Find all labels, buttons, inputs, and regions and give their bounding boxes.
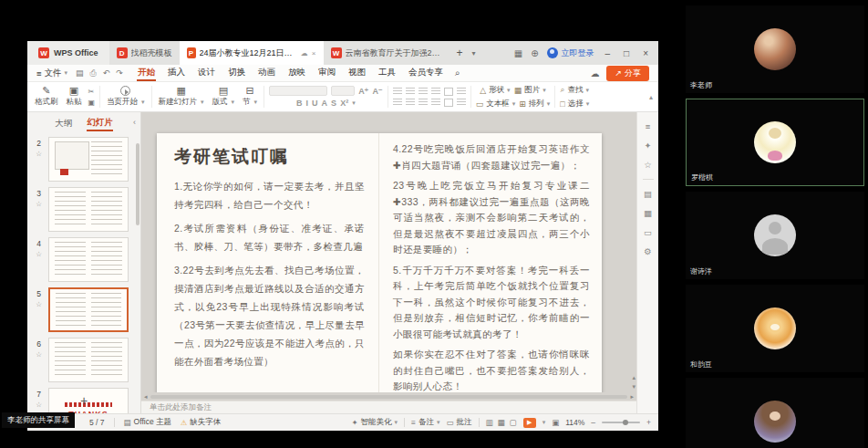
panel-tab-outline[interactable]: 大纲 [55,118,72,130]
comment-button[interactable]: ▭批注 [447,417,472,428]
participant-tile-active-speaker[interactable]: 罗楷棋 [686,99,864,186]
sorter-view-icon[interactable]: ▦ [498,418,505,427]
superscript-button[interactable]: X² [340,99,348,108]
picture-button[interactable]: ▦图片▾ [514,85,546,96]
slide[interactable]: 考研笔试叮嘱 1.无论你学的如何，请一定要去考，并且坚持考完四科，给自己一个交代… [157,133,602,392]
line-spacing-icon[interactable] [457,88,466,96]
thumb-preview[interactable] [48,237,129,282]
columns-icon[interactable] [444,99,453,107]
doc-tab-active[interactable]: P 24届小教专业12月21日考研叮嘱 ☁ × [180,41,324,65]
justify-icon[interactable] [431,99,440,107]
menu-tab-transition[interactable]: 切换 [227,65,246,81]
scroll-left-icon[interactable]: ◂ [144,393,148,401]
search-icon[interactable]: ⌕ [455,68,460,78]
tab-close-icon[interactable]: × [312,49,316,57]
workspace-icon[interactable]: ▦ [514,48,522,58]
menu-tab-view[interactable]: 视图 [347,65,367,81]
play-from-current-button[interactable]: 当页开始▾ [105,86,147,108]
slide-right-column[interactable]: 4.22号吃完晚饭后回酒店开始复习英语作文✚肖四大题背诵（四套题建议过完一遍）；… [379,133,602,392]
arrange-button[interactable]: ⊞排列▾ [519,99,550,109]
decrease-font-icon[interactable]: A⁻ [372,87,382,96]
scroll-up-icon[interactable]: ▴ [632,374,636,381]
slide-thumbnail[interactable]: 2☆ [32,137,140,182]
menu-tab-home[interactable]: 开始 [137,65,156,81]
restore-button[interactable]: □ [621,48,632,58]
menu-tab-review[interactable]: 审阅 [317,65,336,81]
font-size-select[interactable] [331,86,355,96]
textbox-button[interactable]: ▭文本框▾ [476,99,516,109]
slideshow-play-button[interactable]: ▶ [523,418,536,428]
cut-icon[interactable]: ✂ [88,88,96,96]
print-icon[interactable]: ⎙ [90,68,97,78]
copy-icon[interactable]: ▣ [88,99,96,107]
wps-home-tab[interactable]: W WPS Office [27,41,109,65]
strikethrough-button[interactable]: S [331,99,336,108]
minimize-button[interactable]: – [603,48,614,58]
thumb-preview[interactable] [48,137,129,182]
share-button[interactable]: ↗ 分享 [606,66,649,81]
slide-thumbnail[interactable]: 6☆ [32,338,140,382]
new-slide-button[interactable]: ▦ 新建幻灯片▾ [157,86,206,108]
select-button[interactable]: □选择▾ [560,99,589,109]
scroll-down-icon[interactable]: ▾ [632,383,636,391]
missing-font-warning[interactable]: ⚠缺失字体 [181,417,221,428]
undo-icon[interactable]: ↶ [103,68,110,78]
redo-icon[interactable]: ↷ [116,68,123,78]
rail-settings-icon[interactable]: ⚙ [644,246,652,256]
section-button[interactable]: ⊟ 节▾ [241,86,259,108]
align-right-icon[interactable] [418,99,428,107]
distribute-icon[interactable] [457,99,466,107]
menu-tab-design[interactable]: 设计 [197,65,216,81]
thumb-preview[interactable] [48,287,129,332]
cloud-status-icon[interactable]: ☁ [590,68,599,78]
theme-button[interactable]: ▤Office 主题 [124,417,171,428]
format-painter-button[interactable]: ✎ 格式刷 [33,86,60,108]
new-tab-button[interactable]: + [451,41,469,65]
normal-view-icon[interactable]: ▥ [486,418,493,427]
panel-scrollbar[interactable] [136,143,140,225]
increase-indent-icon[interactable] [431,88,440,96]
zoom-slider[interactable] [602,422,640,423]
menu-tab-insert[interactable]: 插入 [167,65,186,81]
slide-thumbnail[interactable]: 4☆ [32,237,140,282]
zoom-in-icon[interactable]: + [646,418,651,427]
rail-properties-icon[interactable]: ≡ [646,121,651,131]
rail-comment-icon[interactable]: ▭ [644,227,652,237]
underline-button[interactable]: U [312,99,318,108]
font-name-select[interactable] [269,86,327,96]
participant-tile[interactable] [686,378,864,448]
rail-favorites-icon[interactable]: ☆ [644,160,652,170]
notes-button[interactable]: ≡备注▾ [411,417,439,428]
add-slide-button[interactable]: + [27,393,140,408]
menu-tab-member[interactable]: 会员专享 [408,65,444,81]
scroll-right-icon[interactable]: ▸ [630,393,634,401]
zoom-out-icon[interactable]: – [591,418,595,427]
notes-bar[interactable]: 单击此处添加备注 [141,401,636,413]
participant-tile[interactable]: 李老师 [686,5,864,93]
increase-font-icon[interactable]: A⁺ [358,87,368,96]
align-center-icon[interactable] [406,99,415,107]
thumb-preview[interactable] [48,187,129,232]
paste-button[interactable]: ▣ 粘贴 [65,86,84,108]
italic-button[interactable]: I [306,99,309,108]
slide-thumbnail[interactable]: 3☆ [32,187,140,232]
slide-thumbnail-current[interactable]: 5☆ [32,287,140,332]
fullscreen-icon[interactable]: ▣ [552,418,559,427]
rail-beautify-icon[interactable]: ✦ [645,141,652,151]
reading-view-icon[interactable]: ▢ [510,418,517,427]
menu-tab-animation[interactable]: 动画 [257,65,276,81]
rail-material-icon[interactable]: ▦ [644,208,652,218]
play-options-chevron-icon[interactable]: ▾ [542,419,546,426]
ribbon-collapse-icon[interactable]: ▴ [649,93,653,101]
align-left-icon[interactable] [393,99,402,107]
participant-tile[interactable]: 谢诗洋 [686,192,864,279]
slide-left-column[interactable]: 考研笔试叮嘱 1.无论你学的如何，请一定要去考，并且坚持考完四科，给自己一个交代… [157,133,379,392]
rail-layout-icon[interactable]: ▤ [644,189,652,199]
participant-tile[interactable]: 和韵豆 [686,285,864,372]
scrollbar-thumb[interactable] [150,395,628,399]
numbered-list-icon[interactable] [406,88,415,96]
zoom-level[interactable]: 114% [565,418,584,427]
bullet-list-icon[interactable] [393,88,402,96]
font-color-chevron-icon[interactable]: ▾ [352,99,356,107]
save-icon[interactable]: ▤ [76,68,84,78]
